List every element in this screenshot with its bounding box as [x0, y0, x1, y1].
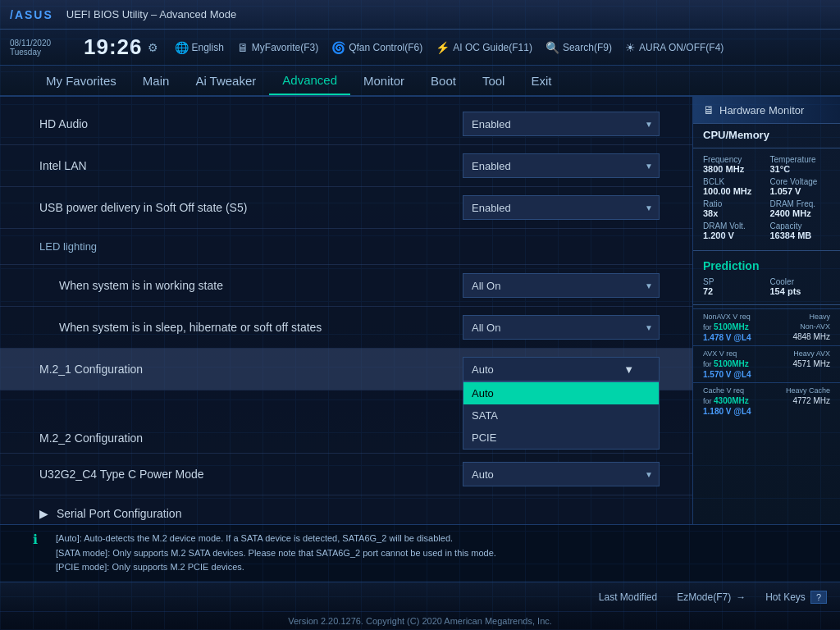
m2-1-label: M.2_1 Configuration: [39, 363, 463, 376]
usb-power-dropdown[interactable]: Enabled: [463, 195, 660, 220]
nav-main[interactable]: Main: [130, 66, 183, 95]
m2-1-option-sata[interactable]: SATA: [463, 404, 659, 427]
led-sleep-dropdown[interactable]: All On: [463, 315, 660, 340]
intel-lan-dropdown[interactable]: Enabled: [463, 153, 660, 178]
chevron-down-icon: ▼: [623, 363, 634, 376]
hd-audio-dropdown-wrapper: Enabled ▼: [463, 112, 660, 136]
nav-ai-tweaker[interactable]: Ai Tweaker: [182, 66, 269, 95]
nav-monitor[interactable]: Monitor: [350, 66, 418, 95]
led-working-dropdown-wrapper: All On ▼: [463, 273, 660, 298]
intel-lan-dropdown-wrapper: Enabled ▼: [463, 153, 660, 178]
nav-exit[interactable]: Exit: [518, 66, 564, 95]
nav-tool[interactable]: Tool: [469, 66, 518, 95]
m2-1-option-auto[interactable]: Auto: [463, 382, 659, 404]
led-sleep-dropdown-wrapper: All On ▼: [463, 315, 660, 340]
m2-1-dropdown-container: Auto ▼ Auto SATA PCIE: [463, 357, 660, 381]
hd-audio-dropdown[interactable]: Enabled: [463, 112, 660, 136]
led-working-dropdown[interactable]: All On: [463, 273, 660, 298]
m2-1-dropdown-menu: Auto SATA PCIE: [463, 381, 660, 450]
u32g2-dropdown-wrapper: Auto ▼: [463, 462, 660, 486]
usb-power-dropdown-wrapper: Enabled ▼: [463, 195, 660, 220]
m2-1-dropdown-trigger[interactable]: Auto ▼: [463, 357, 660, 381]
m2-1-option-pcie[interactable]: PCIE: [463, 427, 659, 449]
nav-boot[interactable]: Boot: [418, 66, 469, 95]
u32g2-dropdown[interactable]: Auto: [463, 462, 660, 486]
row-m2-1: M.2_1 Configuration Auto ▼ Auto SATA PCI…: [0, 349, 692, 390]
nav-myfavorites[interactable]: My Favorites: [33, 66, 130, 95]
nav-advanced[interactable]: Advanced: [269, 66, 350, 95]
m2-1-value: Auto: [472, 363, 494, 376]
